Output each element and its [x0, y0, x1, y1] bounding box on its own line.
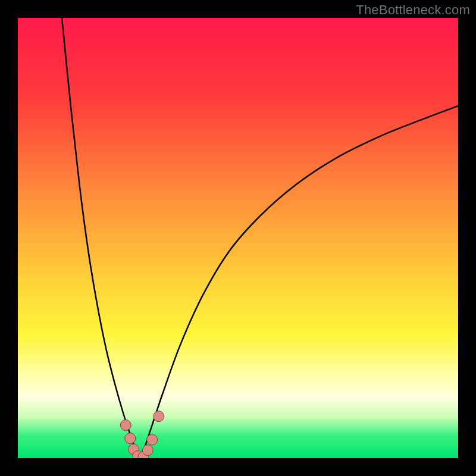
highlight-dot — [147, 434, 158, 445]
highlight-dot — [154, 411, 164, 422]
bottleneck-plot — [18, 18, 458, 458]
chart-frame: TheBottleneck.com — [0, 0, 476, 476]
highlight-dot — [120, 420, 131, 431]
highlight-dot — [125, 433, 136, 444]
gradient-background — [18, 18, 458, 458]
watermark-text: TheBottleneck.com — [356, 2, 470, 18]
chart-svg — [18, 18, 458, 458]
highlight-dot — [142, 445, 153, 456]
